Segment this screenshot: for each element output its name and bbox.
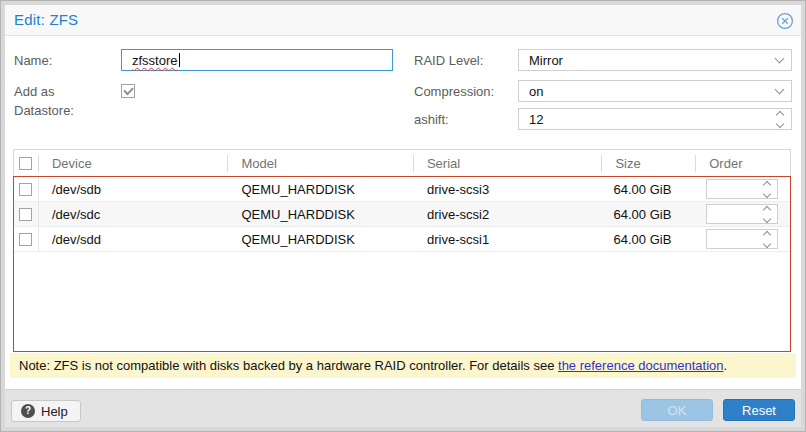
order-spinner[interactable] <box>706 229 778 249</box>
row-checkbox[interactable] <box>14 227 39 251</box>
compression-select[interactable]: on <box>518 80 792 102</box>
compression-label: Compression: <box>414 81 514 103</box>
note-text: Note: ZFS is not compatible with disks b… <box>19 358 558 373</box>
serial-cell: drive-scsi3 <box>414 182 603 197</box>
model-cell: QEMU_HARDDISK <box>228 232 414 247</box>
edit-zfs-dialog: Edit: ZFS Name: zfsstore Add as Datastor… <box>5 5 801 427</box>
size-cell: 64.00 GiB <box>603 232 697 247</box>
order-cell <box>696 179 790 199</box>
order-cell <box>696 229 790 249</box>
name-input-value: zfsstore <box>132 53 178 68</box>
chevron-down-icon <box>775 53 785 63</box>
dialog-titlebar: Edit: ZFS <box>5 5 801 36</box>
column-header-serial[interactable]: Serial <box>414 155 603 172</box>
column-header-model[interactable]: Model <box>228 155 414 172</box>
add-as-datastore-label: Add as Datastore: <box>14 82 110 120</box>
model-cell: QEMU_HARDDISK <box>228 207 414 222</box>
serial-cell: drive-scsi2 <box>414 207 603 222</box>
serial-cell: drive-scsi1 <box>414 232 603 247</box>
order-cell <box>696 204 790 224</box>
dialog-window: Edit: ZFS Name: zfsstore Add as Datastor… <box>0 0 806 432</box>
size-cell: 64.00 GiB <box>603 182 697 197</box>
name-label: Name: <box>14 50 114 72</box>
up-down-chevrons-icon[interactable] <box>764 232 770 247</box>
reference-documentation-link[interactable]: the reference documentation <box>558 358 724 373</box>
row-checkbox[interactable] <box>14 177 39 201</box>
column-header-size[interactable]: Size <box>602 155 696 172</box>
help-button[interactable]: ? Help <box>11 400 81 422</box>
table-row[interactable]: /dev/sdc QEMU_HARDDISK drive-scsi2 64.00… <box>14 202 790 227</box>
question-circle-icon: ? <box>21 404 35 418</box>
raid-level-label: RAID Level: <box>414 50 514 72</box>
zfs-note: Note: ZFS is not compatible with disks b… <box>10 353 796 378</box>
order-spinner[interactable] <box>706 179 778 199</box>
raid-level-select[interactable]: Mirror <box>518 49 792 71</box>
ok-button[interactable]: OK <box>641 399 713 421</box>
chevron-down-icon <box>775 84 785 94</box>
disk-table-header: Device Model Serial Size Order <box>13 149 791 176</box>
device-cell: /dev/sdc <box>39 207 229 222</box>
up-down-chevrons-icon[interactable] <box>777 112 783 127</box>
row-checkbox[interactable] <box>14 202 39 226</box>
ashift-spinner[interactable]: 12 <box>518 108 792 130</box>
help-button-label: Help <box>41 404 68 419</box>
note-text-end: . <box>724 358 728 373</box>
name-input[interactable]: zfsstore <box>121 49 393 71</box>
up-down-chevrons-icon[interactable] <box>764 207 770 222</box>
raid-level-value: Mirror <box>529 53 776 68</box>
select-all-checkbox[interactable] <box>14 155 39 172</box>
disk-table: Device Model Serial Size Order /dev/sdb … <box>13 149 791 352</box>
order-spinner[interactable] <box>706 204 778 224</box>
table-row[interactable]: /dev/sdb QEMU_HARDDISK drive-scsi3 64.00… <box>14 177 790 202</box>
text-caret <box>179 53 180 67</box>
device-cell: /dev/sdb <box>39 182 229 197</box>
device-cell: /dev/sdd <box>39 232 229 247</box>
column-header-device[interactable]: Device <box>39 155 229 172</box>
column-header-order[interactable]: Order <box>696 155 790 172</box>
add-as-datastore-checkbox[interactable] <box>121 84 135 98</box>
table-row[interactable]: /dev/sdd QEMU_HARDDISK drive-scsi1 64.00… <box>14 227 790 252</box>
reset-button[interactable]: Reset <box>723 399 795 421</box>
ashift-value: 12 <box>529 112 777 127</box>
compression-value: on <box>529 84 776 99</box>
dialog-footer: ? Help OK Reset <box>5 389 801 427</box>
disk-table-body: /dev/sdb QEMU_HARDDISK drive-scsi3 64.00… <box>13 176 791 352</box>
size-cell: 64.00 GiB <box>603 207 697 222</box>
up-down-chevrons-icon[interactable] <box>764 182 770 197</box>
dialog-title: Edit: ZFS <box>14 11 78 28</box>
close-icon[interactable] <box>776 12 794 30</box>
model-cell: QEMU_HARDDISK <box>228 182 414 197</box>
ashift-label: ashift: <box>414 109 514 131</box>
